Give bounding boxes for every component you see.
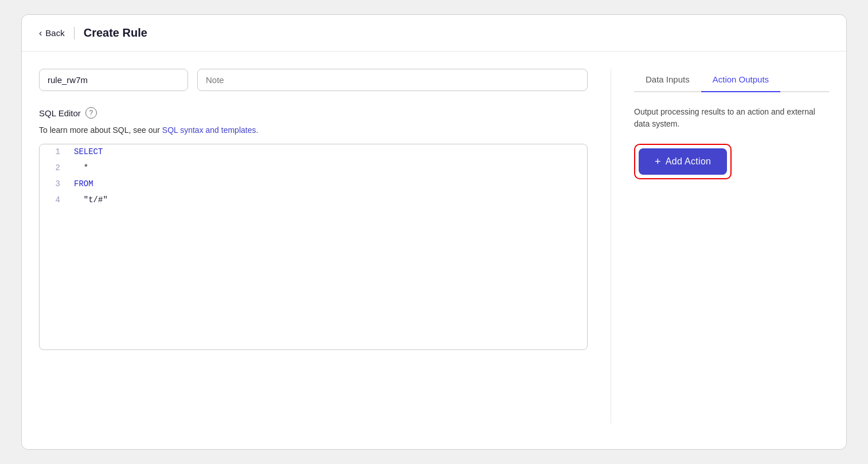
tab-data-inputs[interactable]: Data Inputs	[634, 69, 701, 91]
tabs-row: Data Inputs Action Outputs	[634, 69, 829, 92]
tab-action-outputs[interactable]: Action Outputs	[701, 69, 780, 91]
left-panel: SQL Editor ? To learn more about SQL, se…	[39, 69, 611, 424]
code-editor[interactable]: 1 SELECT 2 * 3 FROM 4 "t/#"	[39, 144, 588, 350]
back-arrow-icon: ‹	[39, 28, 42, 38]
back-link[interactable]: ‹ Back	[39, 28, 65, 38]
sql-syntax-link[interactable]: SQL syntax and templates.	[162, 125, 259, 135]
help-icon[interactable]: ?	[85, 107, 97, 119]
add-action-highlight: + Add Action	[634, 144, 732, 179]
add-action-button[interactable]: + Add Action	[639, 148, 727, 175]
code-line-2: 2 *	[40, 160, 587, 176]
back-label: Back	[45, 28, 64, 38]
main-content: SQL Editor ? To learn more about SQL, se…	[22, 52, 846, 441]
code-line-4: 4 "t/#"	[40, 192, 587, 209]
code-line-3: 3 FROM	[40, 176, 587, 192]
code-line-1: 1 SELECT	[40, 144, 587, 160]
line-content-2: *	[68, 160, 94, 175]
line-number-2: 2	[40, 160, 68, 175]
input-row	[39, 69, 588, 91]
sql-editor-label-text: SQL Editor	[39, 108, 81, 118]
page-title: Create Rule	[84, 26, 147, 40]
line-content-1: SELECT	[68, 144, 108, 159]
note-input[interactable]	[197, 69, 588, 91]
plus-icon: +	[655, 156, 661, 167]
action-outputs-description: Output processing results to an action a…	[634, 106, 829, 130]
rule-name-input[interactable]	[39, 69, 188, 91]
sql-description: To learn more about SQL, see our SQL syn…	[39, 125, 588, 135]
line-number-3: 3	[40, 176, 68, 191]
line-number-4: 4	[40, 192, 68, 207]
header-divider	[74, 27, 75, 40]
line-number-1: 1	[40, 144, 68, 159]
line-content-3: FROM	[68, 176, 99, 191]
sql-editor-label-row: SQL Editor ?	[39, 107, 588, 119]
add-action-label: Add Action	[666, 156, 711, 167]
page-header: ‹ Back Create Rule	[22, 15, 846, 52]
right-panel: Data Inputs Action Outputs Output proces…	[611, 69, 829, 424]
line-content-4: "t/#"	[68, 192, 114, 207]
page-container: ‹ Back Create Rule SQL Editor ? To learn…	[21, 14, 847, 450]
